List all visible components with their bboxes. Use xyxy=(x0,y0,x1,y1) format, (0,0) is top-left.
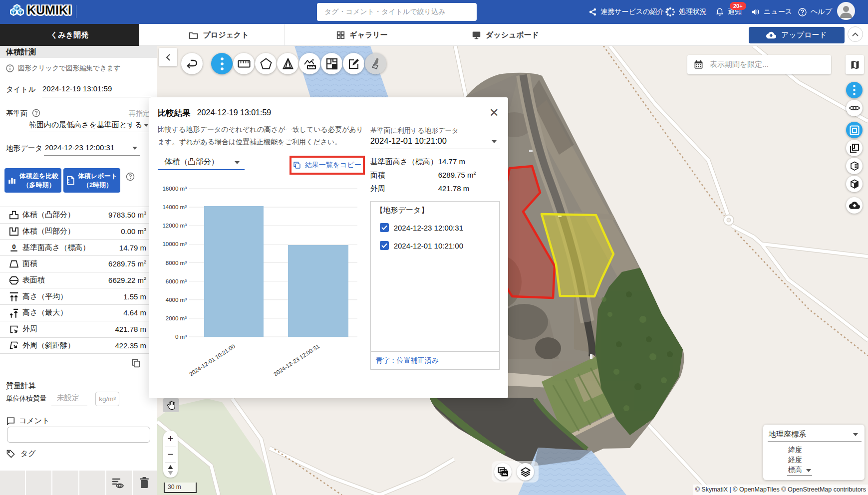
svg-text:14000 m³: 14000 m³ xyxy=(162,205,187,211)
svg-text:16000 m³: 16000 m³ xyxy=(162,186,187,192)
svg-text:2024-12-23 12:00:31: 2024-12-23 12:00:31 xyxy=(273,343,320,377)
svg-text:4000 m³: 4000 m³ xyxy=(166,297,187,303)
svg-text:10000 m³: 10000 m³ xyxy=(162,242,187,248)
svg-text:0 m³: 0 m³ xyxy=(175,334,187,340)
svg-text:2024-12-01 10:21:00: 2024-12-01 10:21:00 xyxy=(188,343,236,377)
svg-text:0: 0 xyxy=(12,243,15,250)
svg-text:8000 m³: 8000 m³ xyxy=(166,260,187,266)
svg-text:2000 m³: 2000 m³ xyxy=(166,315,187,321)
svg-text:12000 m³: 12000 m³ xyxy=(162,223,187,229)
svg-text:6000 m³: 6000 m³ xyxy=(166,278,187,284)
